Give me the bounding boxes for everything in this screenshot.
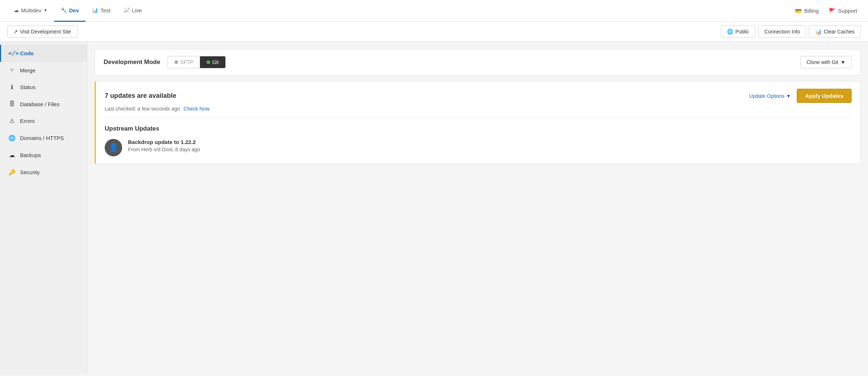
updates-actions: Update Options ▼ Apply Updates [749,89,852,103]
billing-link[interactable]: 💳 Billing [791,8,822,14]
code-icon: </> [8,50,16,57]
database-icon: 🗄 [8,101,16,107]
updates-meta: Last checked: a few seconds ago Check No… [96,106,860,117]
dev-mode-right: Clone with Git ▼ [800,56,852,68]
clear-caches-icon: 📊 [815,29,821,35]
upstream-item: 👤 Backdrop update to 1.22.2 From Herb v/… [105,139,852,156]
dropdown-chevron-icon: ▼ [840,59,845,65]
support-link[interactable]: 🚩 Support [825,8,861,14]
sidebar-item-security[interactable]: 🔑 Security [0,164,87,181]
updates-header: 7 updates are available Update Options ▼… [96,81,860,106]
dev-mode-card: Development Mode SFTP Git C [95,49,861,75]
top-nav: ☁ Multidev ▼ 🔧 Dev 📊 Test 📈 Live 💳 Billi… [0,0,868,22]
tab-dev[interactable]: 🔧 Dev [54,0,86,22]
toolbar: ↗ Visit Development Site 🌐 Public Connec… [0,22,868,42]
tab-live[interactable]: 📈 Live [117,0,149,22]
check-now-link[interactable]: Check Now [184,106,210,112]
sidebar-item-merge[interactable]: ⑂ Merge [0,62,87,79]
dev-mode-label: Development Mode [104,59,160,66]
chart-icon: 📊 [92,7,98,13]
backups-icon: ☁ [8,152,16,159]
git-dot [206,60,210,64]
sidebar-item-database[interactable]: 🗄 Database / Files [0,96,87,112]
updates-card: 7 updates are available Update Options ▼… [95,81,861,164]
sftp-mode-button[interactable]: SFTP [168,56,200,68]
sidebar-item-errors[interactable]: ⚠ Errors [0,112,87,129]
avatar: 👤 [105,139,122,156]
mode-toggle: SFTP Git [168,56,226,68]
dev-mode-row: Development Mode SFTP Git C [95,49,860,75]
security-icon: 🔑 [8,169,16,176]
toolbar-left: ↗ Visit Development Site [7,25,717,38]
clone-with-git-button[interactable]: Clone with Git ▼ [800,56,852,68]
apply-updates-button[interactable]: Apply Updates [797,89,852,103]
tab-multidev[interactable]: ☁ Multidev ▼ [7,0,54,22]
info-icon: ℹ [8,84,16,91]
external-link-icon: ↗ [13,29,18,35]
sidebar-item-backups[interactable]: ☁ Backups [0,147,87,164]
last-checked-text: Last checked: a few seconds ago [105,106,180,112]
content-area: Development Mode SFTP Git C [87,42,868,374]
visit-site-button[interactable]: ↗ Visit Development Site [7,25,77,38]
globe-icon: 🌐 [727,29,733,35]
git-mode-button[interactable]: Git [200,56,225,68]
signal-icon: 📈 [124,7,130,13]
upstream-commit-name: Backdrop update to 1.22.2 [128,139,200,145]
user-icon: 👤 [109,143,118,152]
update-options-chevron-icon: ▼ [786,93,791,99]
domains-icon: 🌐 [8,135,16,141]
sidebar-item-code[interactable]: </> Code [0,45,87,62]
sidebar-item-status[interactable]: ℹ Status [0,79,87,96]
main-layout: </> Code ⑂ Merge ℹ Status 🗄 Database / F… [0,42,868,374]
sftp-dot [174,60,178,64]
warning-icon: ⚠ [8,117,16,124]
billing-icon: 💳 [795,8,802,14]
dropdown-icon: ▼ [44,8,48,12]
flag-icon: 🚩 [829,8,836,14]
sidebar: </> Code ⑂ Merge ℹ Status 🗄 Database / F… [0,42,87,374]
upstream-title: Upstream Updates [105,125,852,132]
upstream-commit-from: From Herb v/d Dool, 8 days ago [128,147,200,152]
sidebar-item-domains[interactable]: 🌐 Domains / HTTPS [0,129,87,147]
tab-test[interactable]: 📊 Test [85,0,117,22]
upstream-section: Upstream Updates 👤 Backdrop update to 1.… [96,118,860,164]
wrench-icon: 🔧 [61,7,67,13]
connection-info-button[interactable]: Connection Info [758,25,806,38]
toolbar-right: 🌐 Public Connection Info 📊 Clear Caches [721,25,861,38]
cloud-icon: ☁ [14,7,19,13]
updates-title: 7 updates are available [105,92,176,100]
public-button[interactable]: 🌐 Public [721,25,755,38]
upstream-text: Backdrop update to 1.22.2 From Herb v/d … [128,139,200,152]
clear-caches-button[interactable]: 📊 Clear Caches [809,25,861,38]
merge-icon: ⑂ [8,67,16,73]
update-options-link[interactable]: Update Options ▼ [749,93,791,99]
nav-right: 💳 Billing 🚩 Support [791,8,861,14]
